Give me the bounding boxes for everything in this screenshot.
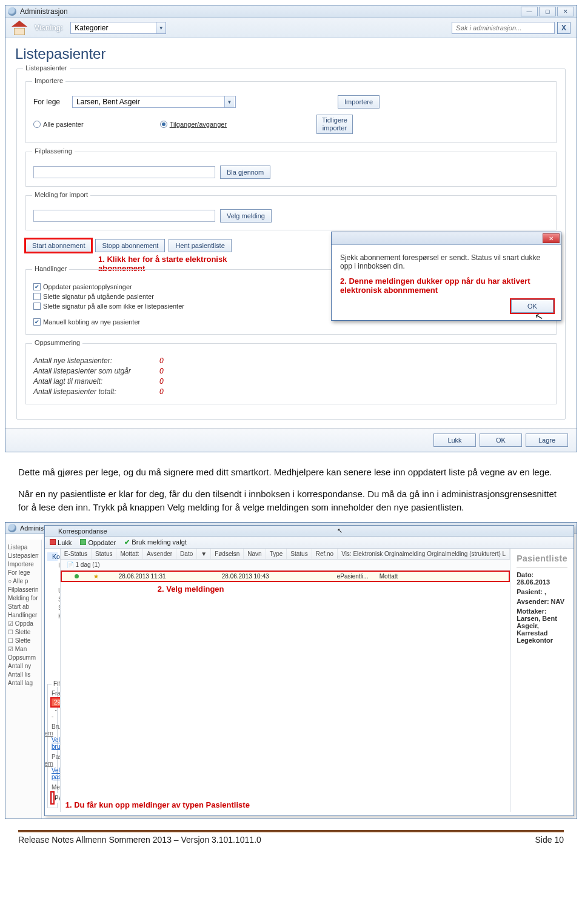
annotation-velg: 2. Velg meldingen [158,584,510,594]
list-header-cell[interactable]: Status [92,549,116,559]
filter-til-date[interactable]: -- [52,706,57,720]
window-min-button[interactable]: — [521,7,538,16]
filter-fra-label: Fra [52,690,61,697]
cursor-icon: ↖ [337,527,343,535]
row-status: Mottatt [376,573,406,580]
tree-utboks[interactable]: Utboks [47,586,58,595]
window-max-button[interactable]: ▢ [539,7,556,16]
chk-manuell-label: Manuell kobling av nye pasienter [43,318,140,326]
forlege-combo[interactable]: ▼ [72,96,236,108]
forlege-value[interactable] [73,96,224,107]
sum-r1: Antall nye listepasienter: [33,357,149,365]
tree-sendte[interactable]: Sendte elementer [47,603,58,612]
filter-legend: Filtrering [52,680,61,687]
tree-arkiv[interactable]: Arkiv - Innboks [47,569,61,578]
stopp-abonnement-button[interactable]: Stopp abonnement [95,239,165,252]
bg-strip-item: Oppsumm [8,654,39,661]
velg-melding-button[interactable]: Velg melding [220,209,272,223]
check-icon: ✔ [124,538,130,546]
dialog-close-button[interactable]: ✕ [543,233,560,243]
bg-strip-item: Listepa [8,544,39,551]
tool-lukk[interactable]: Lukk [50,539,72,546]
refresh-icon [80,539,86,545]
chk-oppdater-label: Oppdater pasientopplysninger [43,283,132,290]
detail-pane: Pasientliste Dato: 28.06.2013 Pasient: ,… [510,549,574,812]
radio-alle[interactable]: Alle pasienter [33,121,84,128]
meldingstype-value[interactable] [52,793,61,803]
visning-value[interactable] [71,22,156,33]
radio-tilganger-label: Tilganger/avganger [170,121,227,128]
list-header-cell[interactable]: Vis: Elektronisk Orginalmelding Orginalm… [338,549,510,559]
search-clear-button[interactable]: X [557,22,570,34]
sum-v4: 0 [159,387,168,396]
panel-legend: Listepasienter [23,64,70,72]
melding-input[interactable] [33,210,215,222]
chevron-down-icon[interactable]: ▼ [156,22,166,33]
tree-pane: Korrespondanse Innboks Arkiv - Innboks S… [45,549,61,812]
dialog-ok-button[interactable]: OK [511,300,554,313]
tool-bruk-label: Bruk melding valgt [132,538,187,546]
filter-fra-date[interactable]: 29.05.2013 [52,698,61,706]
list-header-cell[interactable]: Status [287,549,312,559]
list-header-cell[interactable]: Navn [244,549,266,559]
tool-bruk[interactable]: ✔ Bruk melding valgt [124,538,187,546]
bla-gjennom-button[interactable]: Bla gjennom [220,166,270,179]
radio-tilganger[interactable]: Tilganger/avganger [160,121,227,128]
bg-strip-item: ☐ Slette [8,629,39,635]
filplassering-input[interactable] [33,166,215,178]
tree-systemmeldinger[interactable]: Systemmeldinger [47,578,61,586]
fjern-bruker[interactable]: Fjern [45,730,53,737]
list-header-cell[interactable]: Type [266,549,287,559]
hent-pasientliste-button[interactable]: Hent pasientliste [169,239,231,252]
sum-v2: 0 [159,367,168,375]
visning-combo[interactable]: ▼ [70,22,166,34]
chk-manuell[interactable]: Manuell kobling av nye pasienter [33,318,140,326]
tree-slettede[interactable]: Slettede elementer [47,595,58,603]
meldingstype-combo[interactable]: ▼ [52,792,53,803]
tree-kladd[interactable]: Kladd [47,612,58,620]
lagre-button[interactable]: Lagre [526,434,568,447]
velg-pasient-link[interactable]: Velg pasient [52,767,61,780]
sum-legend: Oppsummering [32,339,82,346]
window-close-button[interactable]: ✕ [557,7,574,16]
gear-icon [8,524,16,532]
start-abonnement-button[interactable]: Start abonnement [25,239,92,252]
list-header-cell[interactable]: ▼ [197,549,211,559]
sum-v3: 0 [159,377,168,386]
lukk-button[interactable]: Lukk [433,434,476,447]
bg-strip-item: For lege [8,569,39,576]
ok-button[interactable]: OK [480,434,522,447]
list-header-cell[interactable]: E-Status [61,549,92,559]
list-header-cell[interactable]: Avsender [143,549,176,559]
list-header-cell[interactable]: Mottatt [116,549,143,559]
detail-dato: Dato: 28.06.2013 [517,571,567,586]
admin-search-input[interactable] [452,22,555,34]
tree-korrespondanse[interactable]: Korrespondanse [47,552,58,561]
day-header: 📄 1 dag (1) [61,560,510,571]
list-header-cell[interactable]: Ref.no [312,549,338,559]
list-header-cell[interactable]: Fødselsn [211,549,244,559]
footer-left: Release Notes Allmenn Sommeren 2013 – Ve… [18,835,261,845]
fjern-pasient[interactable]: Fjern [45,760,53,767]
chk-slette-alle[interactable]: Slette signatur på alle som ikke er list… [33,303,184,310]
korrespondanse-window: Korrespondanse ↖ Lukk Oppdater ✔ Bruk me… [44,525,574,816]
tidligere-importer-button[interactable]: Tidligere importer [316,115,353,134]
tool-oppdater[interactable]: Oppdater [80,539,116,546]
bg-strip-item: Antall ny [8,663,39,669]
status-dot-icon [75,574,79,578]
admin-title: Administrasjon [20,7,68,16]
velg-bruker-link[interactable]: Velg bruker [52,737,61,750]
detail-title: Pasientliste [517,554,567,563]
visning-label: Visning: [35,24,63,32]
bg-strip-item: ☑ Man [8,646,39,652]
meldingstype-label: Meldingstype [52,784,53,791]
para-1: Dette må gjøres per lege, og du må signe… [18,467,552,477]
importere-button[interactable]: Importere [338,95,380,109]
message-row[interactable]: ★ 28.06.2013 11:31 28.06.2013 10:43 ePas… [62,572,509,581]
chk-slette-utgaende[interactable]: Slette signatur på utgående pasienter [33,293,154,300]
tree-innboks[interactable]: Innboks [47,561,58,569]
chevron-down-icon[interactable]: ▼ [224,96,234,107]
chk-oppdater[interactable]: Oppdater pasientopplysninger [33,283,132,290]
filter-pasient-label: Pasient [52,754,61,760]
list-header-cell[interactable]: Dato [176,549,197,559]
